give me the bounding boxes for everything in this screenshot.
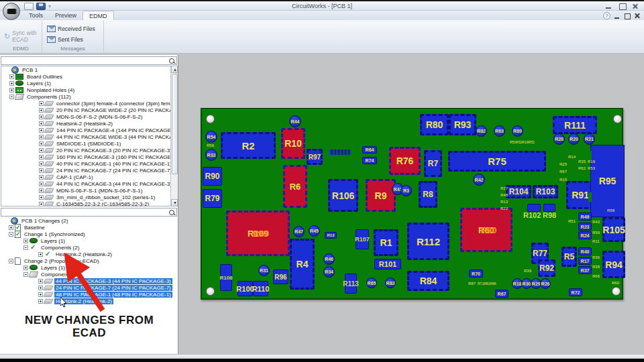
app-logo-icon[interactable] <box>3 3 20 20</box>
component-r20[interactable]: R20 <box>568 133 580 145</box>
component-r84[interactable]: R84 <box>407 271 449 291</box>
component-r17[interactable]: R17 <box>578 257 592 265</box>
save-icon[interactable] <box>36 3 46 10</box>
tree-item[interactable]: 24 PIN IC PACKAGE-7 (24 PIN IC PACKAGE-7… <box>1 284 177 291</box>
component-r110[interactable]: R110 <box>253 281 268 296</box>
component-r51[interactable]: R51 <box>568 219 576 223</box>
tree-item[interactable]: connector (3pin) female-4 (connector (3p… <box>1 100 176 107</box>
component-r106[interactable]: R106 <box>328 179 358 212</box>
component-r65[interactable]: R65 <box>366 278 377 288</box>
component-r92[interactable]: R92 <box>538 259 555 277</box>
tree-item[interactable]: PCB 1 Changes (2) <box>1 217 177 224</box>
component-r15[interactable]: R15 <box>559 178 567 182</box>
component-r79[interactable]: R79 <box>203 189 222 208</box>
expand-icon[interactable] <box>9 81 14 86</box>
component-r60[interactable]: R60 <box>612 281 619 285</box>
qat-dropdown-icon[interactable]: ▾ <box>48 3 51 10</box>
tree-item[interactable]: Change 2 (Proposed by ECAD) <box>1 257 177 264</box>
expand-icon[interactable] <box>39 101 44 106</box>
component-r95[interactable]: R95 <box>590 145 625 217</box>
component-r5[interactable]: R5 <box>561 247 577 267</box>
component-r93[interactable]: R93 <box>449 114 476 135</box>
expand-icon[interactable] <box>38 279 43 284</box>
tree-item[interactable]: Components (6) <box>1 271 177 278</box>
component-r60[interactable]: R60R80 <box>460 208 513 252</box>
component-r113[interactable]: R113 <box>345 274 357 294</box>
tree-item[interactable]: SMDIODE-1 (SMDIODE-1) <box>1 140 176 147</box>
component-r53[interactable]: R53 <box>588 166 595 170</box>
expand-icon[interactable] <box>39 182 44 186</box>
component-r4[interactable]: R4 <box>290 239 315 290</box>
received-files-button[interactable]: Received Files <box>46 25 97 33</box>
expand-icon[interactable] <box>39 195 44 200</box>
component-r83[interactable]: R83 <box>385 278 396 288</box>
component-r102[interactable]: R102 <box>523 211 541 219</box>
component-r82[interactable]: R82 <box>476 125 487 137</box>
tab-tools[interactable]: Tools <box>23 11 49 20</box>
expand-icon[interactable] <box>9 225 13 230</box>
tree-item[interactable]: 20 PIN IC PACKAGE-3 (20 PIN IC PACKAGE-3… <box>1 147 176 154</box>
component-r50r32r19r52[interactable]: R50R32R19R52 <box>510 140 535 144</box>
component-r9[interactable]: R9 <box>366 179 396 212</box>
expand-icon[interactable] <box>23 265 28 270</box>
mdi-restore-button[interactable] <box>624 13 631 19</box>
component-r64[interactable]: R64 <box>362 146 377 154</box>
collapse-icon[interactable] <box>9 259 13 263</box>
tree-item[interactable]: Nonplated Holes (4) <box>1 86 176 93</box>
tree-scrollbar[interactable] <box>170 66 178 206</box>
tree-item[interactable]: Components (2) <box>1 244 177 251</box>
component-r19[interactable]: R19 <box>588 160 595 164</box>
sync-with-ecad-button[interactable]: ↻ Sync with ECAD <box>3 29 42 44</box>
expand-icon[interactable] <box>39 175 44 180</box>
tree-item[interactable]: 160 PIN IC PACKAGE-3 (160 PIN IC PACKAGE… <box>1 154 176 160</box>
component-r94[interactable]: R94 <box>602 251 625 278</box>
component-r98[interactable]: R98 <box>543 211 556 219</box>
component-r48[interactable]: R48 <box>500 193 508 197</box>
component-r108[interactable]: R108 <box>220 264 232 291</box>
search-icon[interactable] <box>169 210 175 216</box>
component-r67[interactable]: R67 <box>495 290 508 298</box>
changes-search-input[interactable] <box>2 208 166 216</box>
component-r24[interactable]: R24 <box>578 231 592 239</box>
component-r101[interactable]: R101 <box>374 259 401 269</box>
component-r97[interactable]: R97 <box>307 149 323 165</box>
component-r104[interactable]: R104 <box>506 185 531 198</box>
component-r33[interactable]: R33 <box>205 149 217 161</box>
component-r63[interactable]: R63 <box>494 125 505 137</box>
component-r58[interactable]: R58 <box>607 208 614 213</box>
component-r47[interactable]: R47 <box>293 226 305 237</box>
expand-icon[interactable] <box>39 141 44 146</box>
expand-icon[interactable] <box>38 252 43 257</box>
mdi-close-button[interactable] <box>634 13 641 19</box>
component-r2[interactable]: R2 <box>221 132 276 159</box>
component-r105[interactable]: R105 <box>602 217 625 242</box>
component-r72[interactable]: R72 <box>569 288 582 296</box>
component-r103[interactable]: R103 <box>533 185 558 198</box>
tree-item[interactable]: PCB 1 <box>1 66 176 73</box>
component-r36[interactable]: R36 <box>592 255 600 259</box>
component-r38[interactable]: R38 <box>592 265 600 269</box>
tree-item[interactable]: Layers (1) <box>1 80 176 86</box>
component-r37[interactable]: R37 <box>578 266 592 274</box>
search-icon[interactable] <box>169 58 175 64</box>
expand-icon[interactable] <box>39 108 44 113</box>
component-arr[interactable] <box>329 149 351 155</box>
tree-item[interactable]: 48 PIN IC PACKAGE-1 (48 PIN IC PACKAGE-1… <box>1 291 177 298</box>
component-r66[interactable]: R66 <box>592 274 600 278</box>
tree-item[interactable]: 20 PIN IC PACKAGE WIDE-2 (20 PIN IC PACK… <box>1 107 176 113</box>
tree-item[interactable]: Change 1 (Synchronized) <box>1 231 177 237</box>
component-r74[interactable]: R74 <box>362 157 377 164</box>
expand-icon[interactable] <box>9 74 14 79</box>
tree-item[interactable]: Board Outlines <box>1 73 176 80</box>
expand-icon[interactable] <box>39 121 44 126</box>
scrollbar-thumb[interactable] <box>172 74 178 174</box>
scroll-up-icon[interactable] <box>171 66 178 73</box>
component-r8[interactable]: R8 <box>419 181 437 208</box>
component-r46[interactable]: R46 <box>323 253 335 265</box>
maximize-button[interactable] <box>618 3 627 9</box>
scroll-down-icon[interactable] <box>171 199 178 206</box>
tree-item[interactable]: Components (112) <box>1 93 176 100</box>
minimize-button[interactable] <box>604 3 613 9</box>
tree-item[interactable]: Heatsink-2 (Heatsink-2) <box>1 251 177 257</box>
tree-item[interactable]: Heatsink-2 (Heatsink-2) <box>1 120 176 127</box>
